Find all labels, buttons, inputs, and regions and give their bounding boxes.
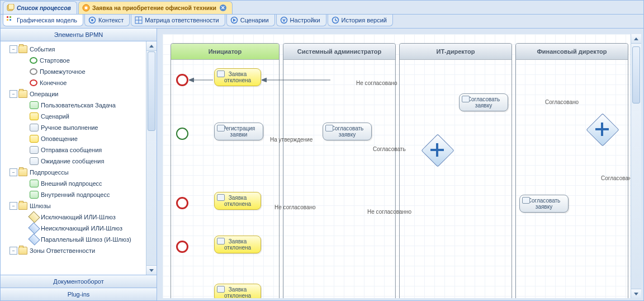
svg-point-3 [84, 7, 87, 10]
task-rejected[interactable]: Заявка отклонена [214, 236, 261, 253]
scrollbar-thumb[interactable] [148, 51, 155, 131]
tab-context[interactable]: Контекст [84, 15, 130, 26]
task-rejected[interactable]: Заявка отклонена [214, 192, 261, 210]
scroll-up-button[interactable] [631, 34, 641, 44]
lane-fin-director[interactable]: Финансовый директор [515, 43, 628, 298]
gateway-parallel[interactable] [591, 118, 613, 140]
tree-expander[interactable]: − [10, 247, 17, 255]
task-icon [30, 112, 39, 120]
gateway-icon [28, 211, 40, 223]
task-rejected[interactable]: Заявка отклонена [214, 284, 261, 298]
tree-label: Внутренний подпроцесс [41, 191, 110, 198]
tree-expander[interactable]: − [10, 45, 17, 53]
settings-icon [280, 16, 288, 24]
tree-label: Операции [30, 91, 58, 97]
tab-version-history[interactable]: История версий [328, 15, 393, 26]
tree-item[interactable]: Параллельный Шлюз (И-Шлюз) [2, 234, 155, 245]
task-approve-sysadmin[interactable]: Согласовать заявку [323, 123, 372, 140]
task-icon [30, 124, 39, 131]
tree-item[interactable]: Исключающий ИЛИ-Шлюз [2, 211, 155, 223]
folder-icon [18, 45, 27, 53]
tab-label: Сценарии [240, 17, 269, 23]
tree-expander[interactable]: − [10, 90, 17, 98]
edge-label: На утверждение [270, 137, 312, 143]
tab-settings[interactable]: Настройки [276, 15, 326, 26]
sidebar-tree: −СобытияСтартовоеПромежуточноеКонечное−О… [1, 41, 157, 275]
tab-label: Контекст [98, 17, 124, 23]
sidebar-btn-documents[interactable]: Документооборот [1, 275, 157, 288]
task-registration[interactable]: Регистрация заявки [214, 123, 263, 140]
process-list-icon [7, 4, 15, 12]
tree-label: Ручное выполнение [41, 124, 98, 131]
lane-it-director[interactable]: ИТ-директор [399, 43, 512, 298]
tree-item[interactable]: −Шлюзы [2, 200, 155, 211]
task-icon [30, 101, 39, 109]
scroll-down-button[interactable] [631, 289, 641, 298]
tree-label: События [30, 46, 55, 53]
end-event[interactable] [176, 197, 188, 209]
tree-label: Подпроцессы [30, 169, 69, 176]
lane-header: Финансовый директор [516, 44, 628, 60]
graphical-model-icon [7, 16, 15, 24]
tree-item[interactable]: −Зоны Ответственности [2, 245, 155, 256]
tree-item[interactable]: Оповещение [2, 133, 155, 144]
task-label: Заявка отклонена [224, 71, 251, 83]
task-icon [30, 180, 39, 187]
tree-expander[interactable]: − [10, 168, 17, 176]
task-icon [30, 135, 39, 143]
tree-item[interactable]: Сценарий [2, 111, 155, 122]
scroll-down-button[interactable] [146, 265, 157, 275]
tree-item[interactable]: −Подпроцессы [2, 167, 155, 178]
tree-expander[interactable]: − [10, 202, 17, 210]
task-icon [217, 286, 225, 293]
diagram-canvas[interactable]: Инициатор Системный администратор ИТ-дир… [163, 34, 641, 298]
start-event-icon [30, 57, 37, 64]
end-event[interactable] [176, 241, 188, 253]
tree-item[interactable]: Конечное [2, 77, 155, 88]
tree-item[interactable]: Пользовательская Задача [2, 100, 155, 111]
task-rejected[interactable]: Заявка отклонена [214, 68, 261, 86]
scrollbar-thumb[interactable] [632, 46, 640, 104]
task-icon [522, 197, 530, 204]
close-icon[interactable]: ✕ [220, 4, 226, 11]
sidebar-btn-plugins[interactable]: Plug-ins [1, 288, 157, 300]
task-label: Заявка отклонена [224, 286, 251, 298]
tree-item[interactable]: Ручное выполнение [2, 122, 155, 133]
edge-label: Не согласовано [274, 204, 316, 210]
task-label: Согласовать заявку [467, 96, 500, 109]
gateway-parallel[interactable] [426, 139, 448, 161]
edge-label: Согласовать [373, 146, 406, 152]
tree-item[interactable]: Неисключающий ИЛИ-Шлюз [2, 223, 155, 234]
tree-item[interactable]: Отправка сообщения [2, 144, 155, 156]
end-event[interactable] [176, 74, 188, 86]
task-approve-fin[interactable]: Согласовать заявку [519, 195, 569, 213]
tree-item[interactable]: −Операции [2, 88, 155, 100]
tree-item[interactable]: Ожидание сообщения [2, 156, 155, 167]
canvas-scrollbar-v[interactable] [631, 34, 641, 298]
doc-tab-list[interactable]: Список процессов [3, 1, 77, 14]
tree-item[interactable]: Внутренний подпроцесс [2, 189, 155, 200]
tree-label: Пользовательская Задача [41, 102, 116, 109]
doc-tabs: Список процессов Заявка на приобретение … [1, 1, 643, 15]
task-approve-it[interactable]: Согласовать заявку [459, 93, 508, 111]
edge-label: Не согласованно [367, 209, 411, 215]
tab-label: Графическая модель [17, 17, 77, 23]
tree-label: Оповещение [41, 135, 78, 142]
task-icon [325, 125, 333, 131]
task-icon [217, 194, 225, 201]
doc-tab-active[interactable]: Заявка на приобретение офисной техники ✕ [78, 1, 233, 14]
end-event-icon [30, 79, 37, 86]
svg-point-5 [91, 19, 93, 21]
scroll-up-button[interactable] [146, 41, 157, 51]
tab-graphical-model[interactable]: Графическая модель [3, 15, 83, 26]
tab-responsibility-matrix[interactable]: Матрица ответственности [131, 15, 225, 26]
tree-item[interactable]: Промежуточное [2, 66, 155, 77]
tree-item[interactable]: Внешний подпроцесс [2, 178, 155, 189]
start-event[interactable] [176, 128, 188, 140]
sidebar-scrollbar[interactable] [146, 41, 157, 275]
tree-item[interactable]: Стартовое [2, 55, 155, 66]
tree-label: Шлюзы [30, 203, 51, 209]
tree-item[interactable]: −События [2, 44, 155, 55]
tab-scenarios[interactable]: Сценарии [226, 15, 275, 26]
task-label: Регистрация заявки [222, 125, 255, 138]
